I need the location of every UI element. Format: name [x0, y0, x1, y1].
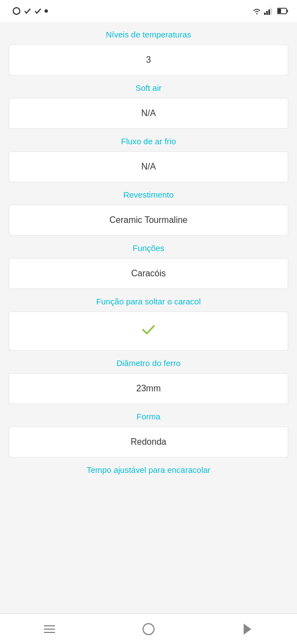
section-label-forma: Forma	[0, 404, 297, 427]
section-value-fluxo-ar-frio: N/A	[9, 151, 288, 182]
signal-icon	[264, 7, 273, 15]
section-value-forma: Redonda	[9, 427, 288, 457]
status-bar-left	[9, 7, 48, 15]
status-bar	[0, 0, 297, 22]
circle-icon	[12, 7, 21, 15]
section-label-revestimento: Revestimento	[0, 182, 297, 205]
svg-rect-2	[264, 13, 266, 15]
svg-rect-3	[266, 11, 268, 15]
bottom-nav	[0, 613, 297, 644]
nav-home-button[interactable]	[132, 617, 165, 641]
svg-rect-7	[278, 9, 281, 13]
section-value-funcoes: Caracóis	[9, 258, 288, 289]
section-label-funcao-soltar-caracol: Função para soltar o caracol	[0, 289, 297, 312]
nav-back-button[interactable]	[231, 617, 264, 641]
last-section-label: Tempo ajustável para encaracolar	[0, 457, 297, 482]
wifi-icon	[252, 7, 262, 15]
section-value-diametro-ferro: 23mm	[9, 373, 288, 404]
section-value-niveis-temperaturas: 3	[9, 45, 288, 75]
section-value-revestimento: Ceramic Tourmaline	[9, 205, 288, 236]
section-label-soft-air: Soft air	[0, 75, 297, 98]
notification-icons	[12, 7, 48, 15]
checkmark2-icon	[34, 7, 42, 15]
content-area: Níveis de temperaturas3Soft airN/AFluxo …	[0, 22, 297, 613]
svg-point-1	[45, 9, 48, 13]
home-circle-icon	[142, 623, 155, 635]
nav-menu-button[interactable]	[33, 617, 66, 641]
section-label-funcoes: Funções	[0, 236, 297, 258]
section-value-soft-air: N/A	[9, 98, 288, 129]
hamburger-icon	[44, 625, 55, 633]
section-value-funcao-soltar-caracol	[9, 312, 288, 351]
svg-rect-5	[271, 8, 272, 15]
dot-icon	[45, 9, 48, 13]
svg-rect-4	[268, 9, 270, 15]
checkmark-icon	[24, 7, 31, 15]
svg-point-0	[13, 8, 20, 14]
section-label-diametro-ferro: Diâmetro do ferro	[0, 351, 297, 373]
battery-icon	[277, 8, 288, 14]
check-icon	[141, 322, 156, 337]
status-bar-right	[252, 7, 288, 15]
section-label-fluxo-ar-frio: Fluxo de ar frio	[0, 129, 297, 151]
section-label-niveis-temperaturas: Níveis de temperaturas	[0, 22, 297, 45]
svg-rect-8	[287, 10, 288, 13]
back-chevron-icon	[244, 624, 251, 635]
